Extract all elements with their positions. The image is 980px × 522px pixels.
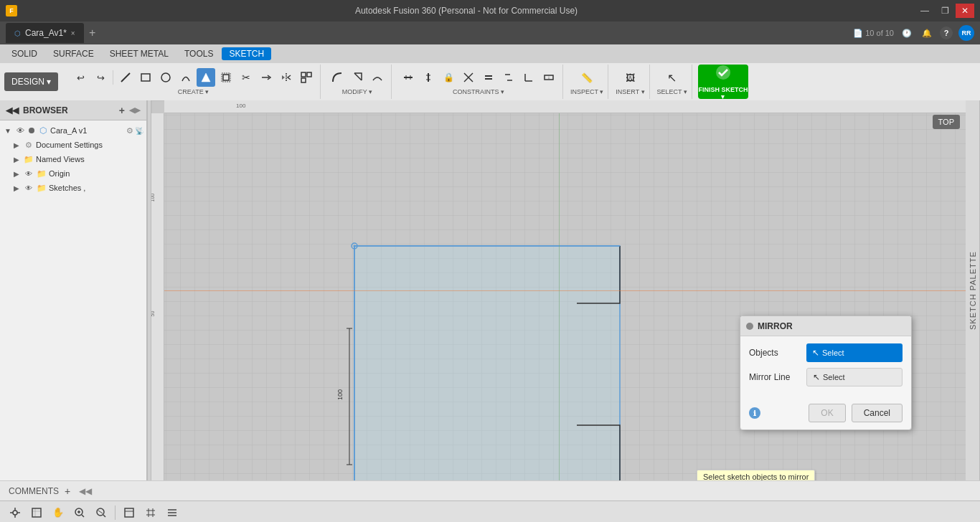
tree-arrow-doc: ▶: [11, 141, 22, 149]
trim-tool[interactable]: ✂: [237, 68, 255, 87]
zoom-window-icon: [74, 507, 85, 518]
close-tab-button[interactable]: ×: [71, 29, 75, 37]
offset-curve-tool[interactable]: [368, 68, 387, 87]
gear-icon-root[interactable]: ⚙: [126, 126, 133, 136]
maximize-button[interactable]: ❐: [936, 4, 954, 18]
tree-item-doc-settings[interactable]: ▶ ⚙ Document Settings: [0, 138, 146, 152]
mirror-objects-select[interactable]: ↖ Select: [806, 343, 903, 362]
arc-tool[interactable]: [176, 68, 195, 87]
comments-add-icon[interactable]: +: [65, 485, 70, 497]
mirror-info-icon: ℹ: [749, 407, 760, 419]
chamfer-icon: [352, 72, 363, 83]
svg-rect-48: [32, 508, 41, 517]
insert-section: 🖼 INSERT ▾: [611, 65, 649, 99]
rectangle-tool[interactable]: [136, 68, 155, 87]
view-options-btn[interactable]: [163, 503, 182, 522]
canvas-area[interactable]: 100 100 50 100: [151, 100, 966, 480]
svg-point-25: [716, 65, 730, 80]
cursor-icon: ↖: [812, 348, 819, 358]
user-avatar[interactable]: RR: [958, 25, 974, 41]
pan-tool-btn[interactable]: [6, 503, 24, 522]
bottom-divider-1: [115, 506, 116, 520]
help-icon[interactable]: ?: [940, 27, 953, 39]
mirror-tool[interactable]: [277, 68, 296, 87]
full-toolbar: SOLID SURFACE SHEET METAL TOOLS SKETCH D…: [0, 44, 980, 100]
grid-display-btn[interactable]: [141, 503, 160, 522]
tab-bar: ⬡ Cara_Av1* × + 📄 10 of 10 🕐 🔔 ? RR: [0, 22, 980, 44]
tree-arrow-root: ▼: [3, 127, 13, 135]
document-tab[interactable]: ⬡ Cara_Av1* ×: [6, 23, 84, 43]
circle-tool[interactable]: [156, 68, 175, 87]
equal-constraint[interactable]: [479, 68, 498, 87]
mirror-dialog: MIRROR Objects ↖ Select Mirror Line ↖ Se…: [740, 315, 912, 430]
eye-icon-sketches[interactable]: 👁: [23, 182, 34, 194]
tree-item-named-views[interactable]: ▶ 📁 Named Views: [0, 152, 146, 166]
eye-icon-root[interactable]: 👁: [14, 125, 26, 136]
rect-icon: [140, 72, 151, 83]
insert-image-tool[interactable]: 🖼: [621, 68, 639, 87]
redo-button[interactable]: ↪: [91, 68, 110, 87]
page-indicator: 📄 10 of 10: [853, 29, 894, 38]
broadcast-icon-root[interactable]: 📡: [135, 127, 143, 135]
tree-arrow-sketches: ▶: [11, 184, 22, 192]
mirror-dialog-body: Objects ↖ Select Mirror Line ↖ Select: [740, 336, 911, 399]
split-entity-tool[interactable]: [540, 68, 558, 87]
svg-marker-3: [202, 73, 210, 82]
offset-tool[interactable]: [217, 68, 235, 87]
zoom-ext-icon: [95, 507, 107, 518]
comments-resize[interactable]: ◀◀: [79, 486, 92, 496]
mirror-select-inactive-label: Select: [823, 373, 845, 381]
coincident-constraint[interactable]: [459, 68, 478, 87]
bell-icon[interactable]: 🔔: [920, 26, 934, 40]
hand-tool-btn[interactable]: ✋: [49, 503, 67, 522]
line-tool[interactable]: [116, 68, 135, 87]
add-tab-button[interactable]: +: [84, 24, 101, 42]
sketch-dimension-tool[interactable]: [197, 68, 215, 87]
tree-label-sketches: Sketches ,: [49, 184, 85, 192]
undo-button[interactable]: ↩: [71, 68, 90, 87]
minimize-button[interactable]: —: [915, 4, 934, 18]
menu-tab-tools[interactable]: TOOLS: [177, 47, 220, 60]
select-section: ↖ SELECT ▾: [653, 65, 692, 99]
measure-tool[interactable]: 📏: [578, 68, 596, 87]
mirror-line-select[interactable]: ↖ Select: [806, 368, 903, 386]
finish-sketch-button[interactable]: FINISH SKETCH ▾: [698, 65, 748, 99]
fit-to-screen-btn[interactable]: [27, 503, 46, 522]
display-settings-btn[interactable]: [120, 503, 138, 522]
mirror-cancel-button[interactable]: Cancel: [852, 404, 903, 422]
chamfer-tool[interactable]: [348, 68, 367, 87]
menu-tab-sheet-metal[interactable]: SHEET METAL: [103, 47, 176, 60]
design-button[interactable]: DESIGN ▾: [4, 72, 58, 91]
dot-icon-root: [29, 128, 34, 133]
horizontal-constraint[interactable]: [399, 68, 418, 87]
mirror-ok-button[interactable]: OK: [809, 404, 845, 422]
parallel-constraint[interactable]: [499, 68, 518, 87]
browser-resize-icon[interactable]: ◀▶: [129, 106, 141, 114]
select-tool[interactable]: ↖: [663, 68, 682, 87]
split-icon: [543, 72, 555, 83]
close-button[interactable]: ✕: [956, 4, 974, 18]
browser-collapse-icon[interactable]: ◀◀: [6, 105, 19, 115]
tree-item-root[interactable]: ▼ 👁 ⬡ Cara_A v1 ⚙ 📡: [0, 123, 146, 138]
browser-add-icon[interactable]: +: [119, 105, 125, 116]
lock-constraint[interactable]: 🔒: [439, 68, 458, 87]
svg-rect-1: [141, 74, 150, 81]
zoom-extents-btn[interactable]: [92, 503, 110, 522]
vertical-constraint[interactable]: [419, 68, 438, 87]
menu-tab-sketch[interactable]: SKETCH: [222, 47, 271, 60]
tree-item-origin[interactable]: ▶ 👁 📁 Origin: [0, 166, 146, 181]
select-tools: ↖: [663, 68, 682, 87]
extend-icon: [260, 72, 272, 83]
zoom-window-btn[interactable]: [70, 503, 89, 522]
extend-tool[interactable]: [257, 68, 275, 87]
clock-icon[interactable]: 🕐: [900, 26, 914, 40]
eye-icon-origin[interactable]: 👁: [23, 168, 34, 179]
perpendicular-constraint[interactable]: [519, 68, 538, 87]
sketch-palette-panel[interactable]: SKETCH PALETTE: [966, 100, 980, 480]
fillet-tool[interactable]: [328, 68, 347, 87]
tree-item-sketches[interactable]: ▶ 👁 📁 Sketches ,: [0, 181, 146, 195]
pattern-tool[interactable]: [297, 68, 316, 87]
menu-tab-solid[interactable]: SOLID: [4, 47, 44, 60]
menu-tab-surface[interactable]: SURFACE: [46, 47, 101, 60]
modify-tools: [328, 68, 387, 87]
